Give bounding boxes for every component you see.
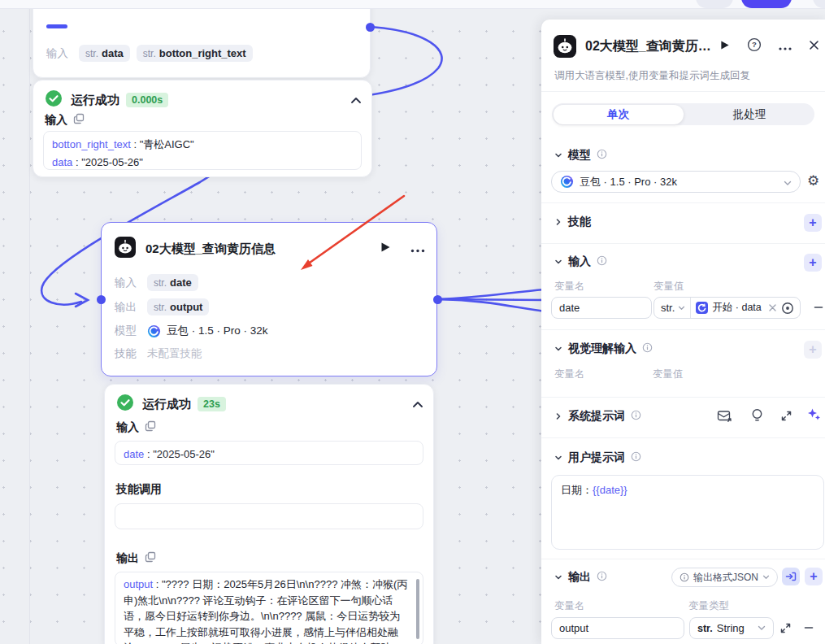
skill-call-label: 技能调用 (116, 482, 162, 497)
chevron-right-icon[interactable] (554, 410, 562, 423)
clear-reference-icon[interactable] (769, 302, 776, 314)
skill-value: 未配置技能 (147, 346, 202, 361)
output-port[interactable] (366, 23, 375, 32)
toolbar-button[interactable] (813, 0, 825, 8)
remove-output-row-icon[interactable] (803, 622, 814, 637)
column-label-value: 变量值 (653, 368, 684, 381)
add-skill-button[interactable]: + (804, 214, 822, 232)
collapse-chevron-icon[interactable] (412, 397, 423, 411)
column-label-name: 变量名 (554, 599, 585, 613)
run-node-button[interactable] (720, 39, 730, 54)
column-label-value: 变量值 (653, 280, 684, 294)
variable-chip[interactable]: str.botton_right_text (137, 45, 253, 62)
column-label-name: 变量名 (554, 280, 585, 294)
start-node-icon (696, 302, 708, 314)
scrollbar-thumb[interactable] (416, 579, 419, 639)
chevron-right-icon[interactable] (554, 215, 562, 228)
run-node-button[interactable] (380, 242, 391, 256)
run-output-values[interactable]: output : "???? 日期：2025年5月26日\n\n???? 冲煞：… (115, 572, 423, 644)
run-result-panel[interactable]: 运行成功 23s 输入 date : "2025-05-26" 技能调用 输出 (104, 384, 434, 644)
toolbar-button[interactable] (696, 0, 733, 8)
info-icon (597, 149, 607, 162)
chevron-down-icon[interactable] (554, 342, 562, 355)
success-icon (116, 394, 134, 415)
input-name-value[interactable] (559, 302, 644, 314)
input-port[interactable] (97, 295, 106, 304)
output-label: 输出 (115, 300, 147, 315)
info-icon (597, 255, 607, 268)
input-value-field[interactable]: str. 开始 · data (653, 297, 801, 319)
prompt-library-icon[interactable] (717, 409, 732, 426)
input-section-label: 输入 (568, 255, 591, 269)
info-icon (642, 342, 653, 355)
output-name-value[interactable] (559, 622, 676, 634)
llm-node-card[interactable]: 02大模型_查询黄历信息 输入 str.date 输出 str.output 模… (101, 222, 437, 376)
chevron-down-icon[interactable] (554, 451, 562, 464)
ai-optimize-sparkle-icon[interactable] (807, 407, 821, 424)
user-prompt-editor[interactable]: 日期：{{date}} (551, 475, 824, 550)
close-icon[interactable] (809, 39, 819, 54)
copy-icon[interactable] (145, 420, 156, 435)
output-port[interactable] (433, 295, 442, 304)
info-icon (597, 571, 607, 584)
collapse-chevron-icon[interactable] (350, 93, 362, 107)
model-settings-gear-icon[interactable]: ⚙ (807, 174, 819, 188)
user-prompt-section-label: 用户提示词 (568, 450, 625, 465)
more-icon[interactable] (410, 242, 425, 256)
focus-reference-icon[interactable] (781, 302, 794, 315)
type-select[interactable]: str. (654, 298, 691, 318)
system-prompt-section-label: 系统提示词 (568, 409, 625, 424)
svg-text:?: ? (752, 40, 757, 49)
model-value: 豆包 · 1.5 · Pro · 32k (167, 324, 268, 338)
copy-icon[interactable] (73, 113, 85, 128)
expand-icon[interactable] (781, 410, 792, 424)
chevron-down-icon[interactable] (554, 255, 562, 268)
export-output-button[interactable] (782, 568, 800, 585)
doubao-model-icon (560, 175, 574, 189)
chevron-down-icon[interactable] (554, 571, 562, 584)
run-status-text: 运行成功 (71, 93, 119, 108)
column-label-name: 变量名 (554, 368, 585, 381)
node-title: 02大模型_查询黄历信息 (145, 242, 276, 257)
output-section-label: 输出 (568, 570, 591, 585)
remove-input-row-icon[interactable] (813, 302, 824, 316)
model-label: 模型 (115, 324, 147, 338)
tab-batch[interactable]: 批处理 (684, 103, 814, 125)
panel-subtitle: 调用大语言模型,使用变量和提示词生成回复 (554, 69, 750, 83)
skill-label: 技能 (115, 346, 147, 361)
lightbulb-icon[interactable] (751, 408, 763, 426)
input-name-field[interactable] (551, 297, 652, 319)
model-select[interactable]: 豆包 · 1.5 · Pro · 32k (551, 171, 801, 193)
start-node-card[interactable]: 输入 str.data str.botton_right_text (33, 0, 371, 78)
add-input-button[interactable]: + (804, 254, 822, 272)
help-icon[interactable]: ? (747, 37, 762, 55)
run-status-text: 运行成功 (142, 397, 191, 412)
chevron-down-icon[interactable] (554, 149, 562, 162)
tab-single[interactable]: 单次 (554, 105, 684, 124)
input-label: 输入 (46, 46, 79, 61)
model-section-label: 模型 (568, 148, 591, 163)
skill-call-values (115, 503, 423, 529)
output-type-select[interactable]: str. String (689, 617, 774, 639)
output-name-field[interactable] (551, 617, 684, 639)
skill-section-label: 技能 (568, 215, 591, 229)
doubao-model-icon (147, 324, 161, 338)
panel-title: 02大模型_查询黄历… (585, 38, 711, 55)
output-format-select[interactable]: 输出格式JSON (671, 568, 778, 587)
node-config-panel: 02大模型_查询黄历… ? 调用大语言模型,使用变量和提示词生成回复 单次 批处… (541, 20, 825, 644)
info-icon (631, 451, 641, 464)
add-output-button[interactable]: + (805, 568, 823, 585)
primary-toolbar-button[interactable] (741, 0, 792, 8)
mode-tabs: 单次 批处理 (552, 103, 814, 125)
variable-chip[interactable]: str.date (147, 274, 198, 291)
expand-icon[interactable] (780, 622, 791, 637)
variable-chip[interactable]: str.output (147, 298, 209, 315)
output-section-label: 输出 (116, 551, 139, 566)
node-tab-indicator (46, 24, 67, 28)
copy-icon[interactable] (145, 551, 156, 566)
add-vision-input-button: + (804, 341, 822, 359)
reference-value: 开始 · data (712, 301, 761, 315)
more-icon[interactable] (779, 39, 792, 54)
run-result-panel[interactable]: 运行成功 0.000s 输入 botton_right_text : "青松AI… (33, 80, 372, 177)
variable-chip[interactable]: str.data (79, 45, 130, 62)
